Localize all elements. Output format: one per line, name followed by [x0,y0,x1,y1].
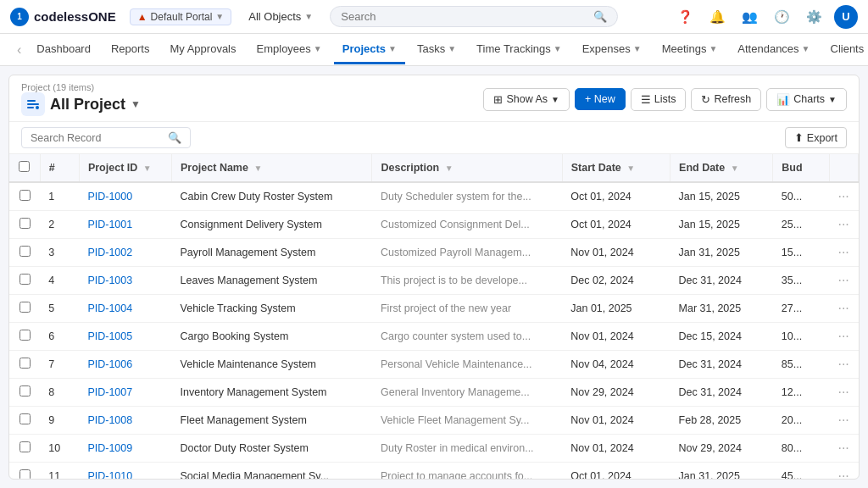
row-checkbox[interactable] [9,323,40,351]
header-start-date[interactable]: Start Date ▼ [562,154,670,182]
row-more[interactable]: ··· [829,239,858,267]
row-more[interactable]: ··· [829,351,858,379]
table-container[interactable]: # Project ID ▼ Project Name ▼ Descriptio… [9,154,859,479]
navbar: ‹ Dashboard Reports My Approvals Employe… [0,34,868,66]
row-num: 11 [40,463,79,480]
row-more[interactable]: ··· [829,295,858,323]
row-checkbox[interactable] [9,295,40,323]
all-objects-caret: ▼ [304,12,313,21]
settings-icon[interactable]: ⚙️ [802,5,826,29]
refresh-button[interactable]: ↻ Refresh [691,88,761,111]
row-name: Cabin Crew Duty Roster System [172,182,372,211]
row-more[interactable]: ··· [829,435,858,463]
nav-reports[interactable]: Reports [103,36,159,64]
select-all-checkbox[interactable] [19,161,30,172]
row-more[interactable]: ··· [829,267,858,295]
nav-dashboard[interactable]: Dashboard [28,36,99,64]
export-button[interactable]: ⬆ Export [785,127,847,148]
row-pid[interactable]: PID-1003 [79,267,171,295]
row-checkbox[interactable] [9,211,40,239]
search-record-input-wrapper[interactable]: 🔍 [21,127,191,148]
page-title-row: All Project ▼ [21,92,141,116]
row-more[interactable]: ··· [829,182,858,211]
row-pid[interactable]: PID-1007 [79,379,171,407]
row-more[interactable]: ··· [829,379,858,407]
row-budget: 85... [773,351,830,379]
lists-button[interactable]: ☰ Lists [631,88,687,111]
row-pid[interactable]: PID-1009 [79,435,171,463]
avatar[interactable]: U [834,5,858,29]
row-pid[interactable]: PID-1010 [79,463,171,480]
nav-clients[interactable]: Clients▼ [822,36,869,64]
row-more[interactable]: ··· [829,407,858,435]
row-start: Jan 01, 2025 [562,295,670,323]
row-checkbox[interactable] [9,407,40,435]
row-pid[interactable]: PID-1005 [79,323,171,351]
row-desc: Vehicle Fleet Management Sy... [372,407,562,435]
header-checkbox[interactable] [9,154,40,182]
header-end-date[interactable]: End Date ▼ [670,154,773,182]
row-checkbox[interactable] [9,379,40,407]
search-icon: 🔍 [593,10,607,23]
row-pid[interactable]: PID-1004 [79,295,171,323]
header-project-name[interactable]: Project Name ▼ [172,154,372,182]
row-checkbox[interactable] [9,435,40,463]
employees-caret: ▼ [314,44,322,53]
row-checkbox[interactable] [9,267,40,295]
row-checkbox[interactable] [9,239,40,267]
header-description[interactable]: Description ▼ [372,154,562,182]
nav-meetings[interactable]: Meetings▼ [654,36,726,64]
history-icon[interactable]: 🕐 [770,5,793,29]
row-checkbox[interactable] [9,463,40,480]
charts-caret: ▼ [828,95,837,104]
row-num: 7 [40,351,79,379]
nav-projects[interactable]: Projects▼ [334,36,405,64]
row-budget: 12... [773,379,830,407]
page-title-caret[interactable]: ▼ [131,98,141,110]
table-row: 6 PID-1005 Cargo Booking System Cargo co… [9,323,859,351]
row-budget: 45... [773,463,830,480]
row-pid[interactable]: PID-1000 [79,182,171,211]
all-objects-button[interactable]: All Objects ▼ [242,7,320,26]
svg-point-3 [36,106,39,109]
row-more[interactable]: ··· [829,211,858,239]
search-record-input[interactable] [31,132,163,144]
nav-employees[interactable]: Employees▼ [248,36,331,64]
row-name: Doctor Duty Roster System [172,435,372,463]
table-row: 8 PID-1007 Inventory Management System G… [9,379,859,407]
row-name: Vehicle Tracking System [172,295,372,323]
global-search-bar[interactable]: 🔍 [330,6,618,27]
expenses-caret: ▼ [633,44,642,53]
header-project-id[interactable]: Project ID ▼ [79,154,171,182]
projects-caret: ▼ [388,44,397,53]
row-end: Nov 29, 2024 [670,435,773,463]
row-pid[interactable]: PID-1008 [79,407,171,435]
users-icon[interactable]: 👥 [737,5,761,29]
nav-attendances[interactable]: Attendances▼ [729,36,818,64]
nav-expenses[interactable]: Expenses▼ [574,36,650,64]
global-search-input[interactable] [341,10,588,23]
row-more[interactable]: ··· [829,323,858,351]
show-as-button[interactable]: ⊞ Show As ▼ [483,88,570,111]
help-icon[interactable]: ❓ [673,5,697,29]
portal-badge[interactable]: ▲ Default Portal ▼ [130,8,232,25]
nav-tasks[interactable]: Tasks▼ [409,36,465,64]
row-more[interactable]: ··· [829,463,858,480]
svg-rect-1 [27,103,39,105]
nav-left-arrow[interactable]: ‹ [14,42,25,58]
row-pid[interactable]: PID-1001 [79,211,171,239]
nav-timetrackings[interactable]: Time Trackings▼ [468,36,570,64]
new-button[interactable]: + New [575,88,626,110]
attendances-caret: ▼ [802,44,810,53]
row-desc: General Inventory Manageme... [372,379,562,407]
notification-icon[interactable]: 🔔 [705,5,729,29]
row-pid[interactable]: PID-1006 [79,351,171,379]
row-budget: 15... [773,239,830,267]
nav-myapprovals[interactable]: My Approvals [161,36,244,64]
row-num: 9 [40,407,79,435]
row-pid[interactable]: PID-1002 [79,239,171,267]
charts-button[interactable]: 📊 Charts ▼ [766,88,847,111]
row-checkbox[interactable] [9,351,40,379]
row-checkbox[interactable] [9,182,40,211]
content-header-left: Project (19 items) All Project ▼ [21,82,141,116]
